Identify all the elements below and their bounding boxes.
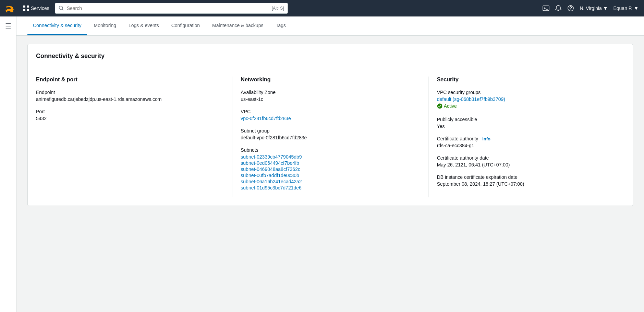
db-cert-expiry-value: September 08, 2024, 18:27 (UTC+07:00) xyxy=(437,181,616,187)
bell-icon[interactable] xyxy=(555,5,562,12)
db-cert-expiry-label: DB instance certificate expiration date xyxy=(437,174,616,180)
cert-authority-value: rds-ca-ecc384-g1 xyxy=(437,143,616,148)
publicly-accessible-field-group: Publicly accessible Yes xyxy=(437,117,616,129)
vpc-field-group: VPC vpc-0f281fb6cd7fd283e xyxy=(241,109,420,121)
top-nav: Services [Alt+S] xyxy=(0,0,644,16)
search-shortcut: [Alt+S] xyxy=(272,6,284,11)
subnet-group-value: default-vpc-0f281fb6cd7fd283e xyxy=(241,135,420,140)
cert-authority-info-link[interactable]: Info xyxy=(482,136,490,141)
svg-rect-1 xyxy=(27,5,29,8)
endpoint-label: Endpoint xyxy=(36,90,224,95)
svg-rect-2 xyxy=(23,9,25,11)
tab-tags[interactable]: Tags xyxy=(270,16,291,35)
endpoint-port-col-title: Endpoint & port xyxy=(36,77,224,83)
services-button[interactable]: Services xyxy=(23,5,49,11)
search-input[interactable] xyxy=(67,5,269,11)
content-area: Connectivity & security Endpoint & port … xyxy=(16,36,644,312)
vpc-label: VPC xyxy=(241,109,420,114)
vpc-link[interactable]: vpc-0f281fb6cd7fd283e xyxy=(241,116,291,121)
cert-authority-field-group: Certificate authority Info rds-ca-ecc384… xyxy=(437,136,616,148)
networking-col-title: Networking xyxy=(241,77,420,83)
tabs-bar: Connectivity & security Monitoring Logs … xyxy=(16,16,644,36)
tab-connectivity[interactable]: Connectivity & security xyxy=(27,16,87,35)
user-menu[interactable]: Equan P. ▼ xyxy=(613,5,639,11)
terminal-icon[interactable] xyxy=(543,5,549,12)
port-value: 5432 xyxy=(36,116,224,121)
db-cert-expiry-field-group: DB instance certificate expiration date … xyxy=(437,174,616,187)
endpoint-port-column: Endpoint & port Endpoint animefiguredb.c… xyxy=(36,77,232,197)
publicly-accessible-value: Yes xyxy=(437,124,616,129)
page-layout: ☰ Connectivity & security Monitoring Log… xyxy=(0,16,644,312)
subnet-group-field-group: Subnet group default-vpc-0f281fb6cd7fd28… xyxy=(241,128,420,140)
az-value: us-east-1c xyxy=(241,96,420,102)
active-badge: Active xyxy=(437,103,457,109)
svg-point-9 xyxy=(571,10,571,10)
cert-authority-date-field-group: Certificate authority date May 26, 2121,… xyxy=(437,155,616,167)
svg-rect-3 xyxy=(27,9,29,11)
vpc-sg-field-group: VPC security groups default (sg-068b31ef… xyxy=(437,90,616,110)
subnet-link-2[interactable]: subnet-0469048aa8cf7362c xyxy=(241,166,420,172)
port-label: Port xyxy=(36,109,224,114)
svg-point-10 xyxy=(437,104,442,108)
subnet-link-1[interactable]: subnet-0ed064494cf7be4fb xyxy=(241,160,420,166)
security-col-title: Security xyxy=(437,77,616,83)
subnets-label: Subnets xyxy=(241,147,420,153)
networking-column: Networking Availability Zone us-east-1c … xyxy=(232,77,428,197)
region-selector[interactable]: N. Virginia ▼ xyxy=(580,5,608,11)
tab-logs[interactable]: Logs & events xyxy=(123,16,165,35)
vpc-sg-link[interactable]: default (sg-068b31ef7fb9b3709) xyxy=(437,96,616,102)
tab-monitoring[interactable]: Monitoring xyxy=(88,16,122,35)
subnets-field-group: Subnets subnet-02339cb4779045db9 subnet-… xyxy=(241,147,420,190)
section-title: Connectivity & security xyxy=(36,53,624,60)
aws-logo-icon xyxy=(5,4,18,12)
subnet-group-label: Subnet group xyxy=(241,128,420,134)
nav-right: N. Virginia ▼ Equan P. ▼ xyxy=(543,5,639,12)
endpoint-field-group: Endpoint animefiguredb.carjebedzjdp.us-e… xyxy=(36,90,224,102)
publicly-accessible-label: Publicly accessible xyxy=(437,117,616,122)
subnet-link-4[interactable]: subnet-06a16b241ecad42a2 xyxy=(241,179,420,184)
security-column: Security VPC security groups default (sg… xyxy=(428,77,624,197)
sidebar-nav: ☰ xyxy=(0,16,16,312)
subnet-link-3[interactable]: subnet-00fb7addf1de0c30b xyxy=(241,173,420,178)
tab-configuration[interactable]: Configuration xyxy=(166,16,205,35)
connectivity-security-card: Connectivity & security Endpoint & port … xyxy=(27,44,633,206)
help-icon[interactable] xyxy=(567,5,574,12)
subnet-link-5[interactable]: subnet-01d95c3bc7d721de6 xyxy=(241,185,420,190)
az-label: Availability Zone xyxy=(241,90,420,95)
sidebar-toggle[interactable]: ☰ xyxy=(5,22,11,30)
check-circle-icon xyxy=(437,103,442,109)
cert-authority-date-value: May 26, 2121, 06:41 (UTC+07:00) xyxy=(437,162,616,167)
cert-authority-date-label: Certificate authority date xyxy=(437,155,616,161)
columns-grid: Endpoint & port Endpoint animefiguredb.c… xyxy=(36,68,624,197)
endpoint-value: animefiguredb.carjebedzjdp.us-east-1.rds… xyxy=(36,96,224,102)
grid-icon xyxy=(23,5,29,11)
svg-rect-6 xyxy=(543,6,549,11)
az-field-group: Availability Zone us-east-1c xyxy=(241,90,420,102)
vpc-sg-label: VPC security groups xyxy=(437,90,616,95)
port-field-group: Port 5432 xyxy=(36,109,224,121)
cert-authority-label: Certificate authority Info xyxy=(437,136,616,141)
svg-line-5 xyxy=(62,9,63,11)
tab-maintenance[interactable]: Maintenance & backups xyxy=(207,16,269,35)
svg-point-4 xyxy=(59,6,62,10)
subnets-list: subnet-02339cb4779045db9 subnet-0ed06449… xyxy=(241,154,420,190)
active-label: Active xyxy=(444,103,457,109)
search-bar[interactable]: [Alt+S] xyxy=(55,3,288,14)
main-area: Connectivity & security Monitoring Logs … xyxy=(16,16,644,312)
svg-rect-0 xyxy=(23,5,25,8)
subnet-link-0[interactable]: subnet-02339cb4779045db9 xyxy=(241,154,420,160)
search-icon xyxy=(59,5,64,11)
